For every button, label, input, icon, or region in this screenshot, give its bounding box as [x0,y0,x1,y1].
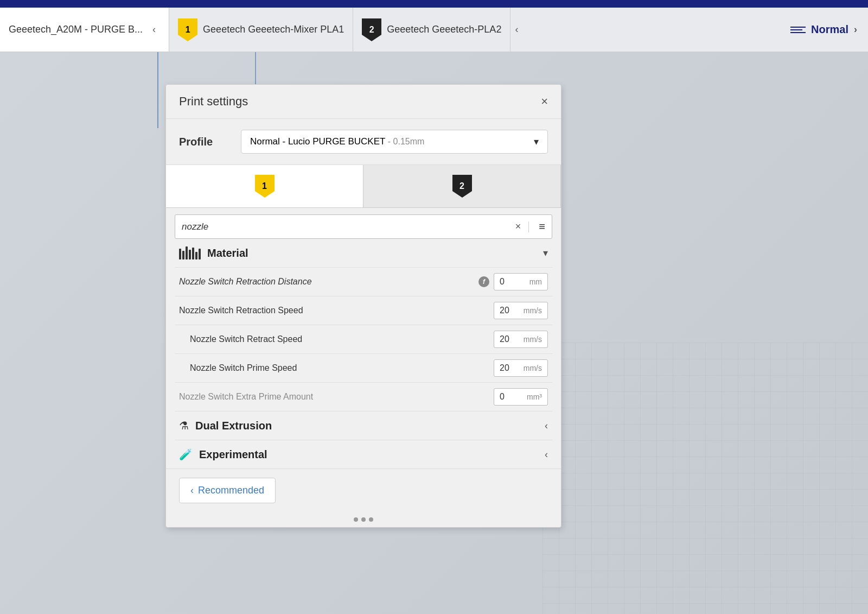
tab-purge-chevron[interactable]: ‹ [148,20,160,40]
setting-input-extra-prime[interactable]: 0 mm³ [494,388,548,406]
setting-label-retraction-speed: Nozzle Switch Retraction Speed [179,306,494,315]
close-button[interactable]: × [541,96,548,107]
setting-unit-prime-speed: mm/s [523,364,542,372]
dot-1 [354,517,358,522]
tab-pla2-label: Geeetech Geeetech-PLA2 [387,24,501,35]
material-section-title: Material [207,247,537,259]
bottom-dots [166,512,561,527]
setting-value-extra-prime: 0 [500,392,519,402]
print-settings-panel: Print settings × Profile Normal - Lucio … [165,84,561,528]
tab-nav-chevron[interactable]: ‹ [510,20,522,40]
panel-title: Print settings [179,94,248,109]
material-section-chevron: ▾ [543,247,548,259]
extruder-tab-1[interactable]: 1 [166,165,363,207]
setting-row-retraction-distance: Nozzle Switch Retraction Distance f 0 mm [175,267,552,296]
setting-value-retraction-distance: 0 [500,277,519,287]
setting-input-retraction-speed[interactable]: 20 mm/s [494,302,548,319]
info-icon-retraction-distance[interactable]: f [478,276,489,287]
search-divider [528,221,529,232]
setting-input-retract-speed[interactable]: 20 mm/s [494,331,548,348]
top-bar [0,0,868,8]
setting-value-retract-speed: 20 [500,334,519,344]
tab-mixer[interactable]: 1 Geeetech Geeetech-Mixer PLA1 [169,8,353,52]
dual-extrusion-row[interactable]: ⚗ Dual Extrusion ‹ [175,411,552,440]
dot-2 [361,517,366,522]
search-menu-icon[interactable]: ≡ [539,220,545,233]
setting-unit-extra-prime: mm³ [523,393,542,401]
material-section-header[interactable]: Material ▾ [175,239,552,267]
setting-value-retraction-speed: 20 [500,306,519,315]
search-area: × ≡ [175,214,552,239]
setting-value-prime-speed: 20 [500,363,519,373]
normal-label: Normal [811,23,848,36]
setting-label-prime-speed: Nozzle Switch Prime Speed [179,363,494,373]
extruder-badge-1: 1 [178,18,197,41]
tab-bar: Geeetech_A20M - PURGE B... ‹ 1 Geeetech … [0,8,868,52]
setting-label-retract-speed: Nozzle Switch Retract Speed [179,334,494,344]
recommended-label: Recommended [198,485,264,496]
setting-label-retraction-distance: Nozzle Switch Retraction Distance [179,277,478,287]
setting-row-retract-speed: Nozzle Switch Retract Speed 20 mm/s [175,325,552,353]
dual-extrusion-title: Dual Extrusion [195,420,538,432]
profile-label: Profile [179,136,228,148]
setting-unit-retraction-speed: mm/s [523,306,542,315]
setting-label-extra-prime: Nozzle Switch Extra Prime Amount [179,392,494,402]
dot-3 [369,517,373,522]
recommended-chevron-icon: ‹ [190,485,194,496]
material-icon [179,246,201,259]
setting-unit-retract-speed: mm/s [523,335,542,344]
recommended-button[interactable]: ‹ Recommended [179,478,276,503]
profile-chevron-icon: ▾ [534,136,539,148]
search-input[interactable] [182,221,511,232]
profile-select[interactable]: Normal - Lucio PURGE BUCKET - 0.15mm ▾ [241,130,548,154]
tab-mixer-label: Geeetech Geeetech-Mixer PLA1 [203,24,344,35]
tab-pla2[interactable]: 2 Geeetech Geeetech-PLA2 [353,8,510,52]
setting-unit-retraction-distance: mm [523,277,542,286]
experimental-icon: 🧪 [179,448,193,461]
extruder-badge-2: 2 [362,18,381,41]
setting-row-retraction-speed: Nozzle Switch Retraction Speed 20 mm/s [175,296,552,325]
extruder-tab-badge-2: 2 [452,175,472,198]
extruder-tabs: 1 2 [166,165,561,208]
setting-row-prime-speed: Nozzle Switch Prime Speed 20 mm/s [175,353,552,382]
profile-select-value: Normal - Lucio PURGE BUCKET - 0.15mm [250,136,424,147]
dual-extrusion-icon: ⚗ [179,419,189,432]
dual-extrusion-chevron: ‹ [545,420,548,432]
bottom-bar: ‹ Recommended [166,469,561,512]
tab-purge-label: Geeetech_A20M - PURGE B... [9,24,143,35]
settings-content: Material ▾ Nozzle Switch Retraction Dist… [166,239,561,469]
extruder-tab-2[interactable]: 2 [363,165,561,207]
extruder-tab-badge-1: 1 [255,175,275,198]
profile-row: Profile Normal - Lucio PURGE BUCKET - 0.… [166,119,561,165]
experimental-chevron: ‹ [545,449,548,460]
panel-header: Print settings × [166,85,561,119]
search-clear-button[interactable]: × [515,221,521,232]
normal-section[interactable]: Normal › [780,23,868,36]
tab-purge[interactable]: Geeetech_A20M - PURGE B... ‹ [0,8,169,52]
experimental-title: Experimental [199,448,538,461]
setting-input-retraction-distance[interactable]: 0 mm [494,273,548,290]
setting-row-extra-prime: Nozzle Switch Extra Prime Amount 0 mm³ [175,382,552,411]
setting-input-prime-speed[interactable]: 20 mm/s [494,359,548,377]
normal-chevron: › [854,24,857,35]
experimental-row[interactable]: 🧪 Experimental ‹ [175,440,552,469]
menu-icon [790,27,806,33]
